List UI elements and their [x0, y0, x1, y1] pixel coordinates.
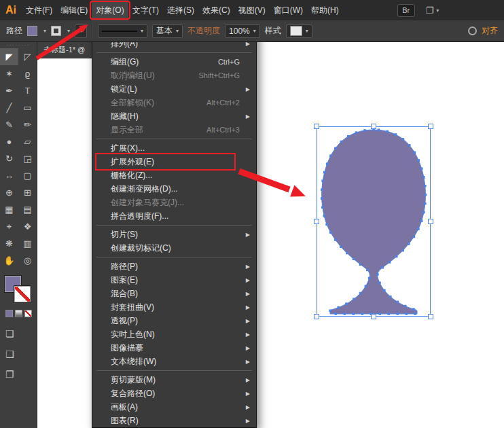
menubar-item-对象(O)[interactable]: 对象(O) — [92, 0, 128, 20]
menubar-item-选择(S)[interactable]: 选择(S) — [163, 0, 198, 20]
menu-item-路径(P)[interactable]: 路径(P)▶ — [92, 260, 256, 273]
symbol-sprayer-tool[interactable]: ❋ — [0, 235, 18, 252]
zoom-tool[interactable]: ◎ — [18, 252, 37, 269]
submenu-arrow-icon: ▶ — [246, 377, 250, 383]
draw-mode-icon[interactable]: ❏ — [5, 328, 14, 339]
menu-separator — [92, 137, 256, 141]
menu-item-拼合透明度(F)...[interactable]: 拼合透明度(F)... — [92, 209, 256, 223]
menu-separator — [92, 368, 256, 373]
opacity-select[interactable]: 100% ▾ — [225, 24, 260, 38]
menu-item-切片(S)[interactable]: 切片(S)▶ — [92, 228, 256, 241]
panel-dock-icon[interactable]: ❐ — [5, 369, 14, 380]
menu-item-文本绕排(W)[interactable]: 文本绕排(W)▶ — [92, 355, 256, 368]
column-graph-tool[interactable]: ▥ — [18, 235, 37, 252]
menu-item-透视(P)[interactable]: 透视(P)▶ — [92, 314, 256, 327]
menu-item-图像描摹[interactable]: 图像描摹▶ — [92, 341, 256, 355]
menu-item-画板(A)[interactable]: 画板(A)▶ — [92, 400, 256, 414]
menu-item-label: 创建裁切标记(C) — [111, 243, 171, 254]
menu-item-实时上色(N)[interactable]: 实时上色(N)▶ — [92, 327, 256, 341]
stroke-profile-icon — [102, 31, 137, 32]
menubar-item-编辑(E)[interactable]: 编辑(E) — [56, 0, 92, 20]
line-segment-tool[interactable]: ╱ — [0, 99, 18, 116]
panel-grip-icon[interactable]: ········ — [0, 42, 37, 48]
blob-brush-tool[interactable]: ● — [0, 133, 18, 150]
opacity-link[interactable]: 不透明度 — [187, 25, 220, 37]
lasso-tool[interactable]: ϱ — [18, 65, 37, 82]
magic-wand-tool[interactable]: ✶ — [0, 65, 18, 82]
submenu-arrow-icon: ▶ — [246, 345, 250, 351]
menu-item-label: 创建渐变网格(D)... — [111, 183, 178, 195]
rotate-tool[interactable]: ↻ — [0, 150, 18, 167]
menu-item-隐藏(H)[interactable]: 隐藏(H)▶ — [92, 109, 256, 123]
menu-item-创建渐变网格(D)...[interactable]: 创建渐变网格(D)... — [92, 182, 256, 196]
color-button[interactable] — [5, 310, 13, 317]
menu-item-编组(G)[interactable]: 编组(G)Ctrl+G — [92, 55, 256, 69]
shape-builder-tool[interactable]: ⊕ — [0, 184, 18, 201]
menubar-item-效果(C)[interactable]: 效果(C) — [198, 0, 234, 20]
menubar-item-视图(V)[interactable]: 视图(V) — [234, 0, 270, 20]
menubar-item-文字(T)[interactable]: 文字(T) — [128, 0, 163, 20]
gradient-tool[interactable]: ▤ — [18, 201, 37, 218]
fill-color-swatch[interactable] — [27, 26, 37, 36]
stroke-color-swatch[interactable] — [51, 26, 61, 36]
menu-item-剪切蒙版(M)[interactable]: 剪切蒙版(M)▶ — [92, 373, 256, 387]
align-link[interactable]: 对齐 — [482, 25, 498, 37]
paintbrush-tool[interactable]: ✎ — [0, 116, 18, 133]
stroke-none-swatch[interactable] — [14, 286, 31, 302]
direct-selection-tool[interactable]: ◸ — [18, 48, 37, 65]
menu-item-复合路径(O)[interactable]: 复合路径(O)▶ — [92, 387, 256, 400]
menu-item-扩展外观(E)[interactable]: 扩展外观(E) — [92, 155, 256, 168]
menu-item-label: 显示全部 — [111, 124, 143, 136]
menu-item-栅格化(Z)...[interactable]: 栅格化(Z)... — [92, 168, 256, 182]
menu-item-扩展(X)...[interactable]: 扩展(X)... — [92, 141, 256, 155]
eyedropper-tool[interactable]: ⌖ — [0, 218, 18, 235]
menubar-item-帮助(H)[interactable]: 帮助(H) — [307, 0, 343, 20]
dropdown-arrow-icon: ▾ — [141, 28, 143, 34]
menu-item-label: 锁定(L) — [111, 84, 137, 95]
hand-tool[interactable]: ✋ — [0, 252, 18, 269]
graphic-style-swatch — [290, 26, 302, 36]
submenu-arrow-icon: ▶ — [246, 291, 250, 297]
gradient-button[interactable] — [15, 310, 22, 317]
perspective-grid-tool[interactable]: ⊞ — [18, 184, 37, 201]
menubar-item-窗口(W)[interactable]: 窗口(W) — [270, 0, 307, 20]
dropdown-arrow-icon: ▾ — [176, 28, 179, 34]
mesh-tool[interactable]: ▦ — [0, 201, 18, 218]
menu-item-封套扭曲(V)[interactable]: 封套扭曲(V)▶ — [92, 300, 256, 314]
type-tool[interactable]: T — [18, 82, 37, 99]
selection-tool[interactable]: ◤ — [0, 48, 18, 65]
pen-tool[interactable]: ✒ — [0, 82, 18, 99]
menubar-item-文件(F)[interactable]: 文件(F) — [22, 0, 56, 20]
brush-definition-select[interactable]: 基本 ▾ — [152, 24, 183, 38]
arrange-documents-button[interactable]: ❐ ▾ — [426, 5, 439, 16]
menu-item-创建裁切标记(C)[interactable]: 创建裁切标记(C) — [92, 241, 256, 255]
selection-type-label: 路径 — [6, 25, 22, 37]
eraser-tool[interactable]: ▱ — [18, 133, 37, 150]
free-transform-tool[interactable]: ▢ — [18, 167, 37, 184]
width-tool[interactable]: ↔ — [0, 167, 18, 184]
stroke-weight-select[interactable]: ▾ — [75, 24, 87, 38]
menu-item-label: 切片(S) — [111, 229, 138, 240]
submenu-arrow-icon: ▶ — [246, 232, 250, 238]
recolor-artwork-icon[interactable] — [468, 26, 477, 35]
graphic-style-select[interactable]: ▾ — [286, 24, 312, 38]
document-tab[interactable]: 未标题-1* @ — [37, 42, 92, 58]
menu-item-图案(E)[interactable]: 图案(E)▶ — [92, 273, 256, 287]
rectangle-tool[interactable]: ▭ — [18, 99, 37, 116]
submenu-arrow-icon: ▶ — [246, 332, 250, 338]
menu-item-图表(R)[interactable]: 图表(R)▶ — [92, 414, 256, 427]
bridge-button[interactable]: Br — [397, 4, 415, 17]
menu-item-混合(B)[interactable]: 混合(B)▶ — [92, 287, 256, 300]
menu-item-label: 透视(P) — [111, 315, 138, 327]
menu-item-锁定(L)[interactable]: 锁定(L)▶ — [92, 82, 256, 96]
menu-item-label: 创建对象马赛克(J)... — [111, 197, 184, 209]
screen-mode-icon[interactable]: ❑ — [5, 349, 14, 359]
menu-item-label: 栅格化(Z)... — [111, 170, 152, 181]
menubar: Ai 文件(F)编辑(E)对象(O)文字(T)选择(S)效果(C)视图(V)窗口… — [0, 0, 504, 20]
control-bar: 路径 ▾ ▾ ▾ ▾ 基本 ▾ 不透明度 100% ▾ 样式 ▾ 对齐 — [0, 20, 504, 42]
variable-width-select[interactable]: ▾ — [98, 24, 147, 38]
blend-tool[interactable]: ❖ — [18, 218, 37, 235]
none-button[interactable] — [24, 310, 32, 317]
pencil-tool[interactable]: ✏ — [18, 116, 37, 133]
scale-tool[interactable]: ◲ — [18, 150, 37, 167]
